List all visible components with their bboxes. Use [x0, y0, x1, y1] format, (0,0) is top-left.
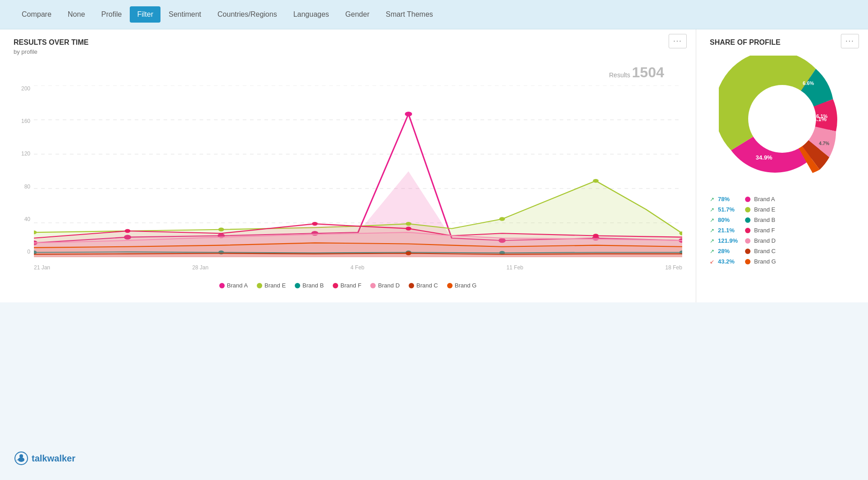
x-label-28jan: 28 Jan — [192, 264, 208, 271]
legend-label-brand-e: Brand E — [264, 282, 286, 289]
results-label: Results 1504 — [14, 64, 682, 81]
legend-brand-f: Brand F — [333, 282, 361, 289]
share-legend-brand-g: ↙ 43.2% Brand G — [710, 258, 854, 265]
right-panel-menu-button[interactable]: ··· — [841, 34, 859, 48]
donut-label-brand-d: 4.7% — [819, 141, 830, 146]
legend-label-brand-b: Brand B — [302, 282, 324, 289]
share-brand-c: Brand C — [754, 248, 776, 254]
legend-label-brand-d: Brand D — [378, 282, 400, 289]
legend-dot-brand-g — [447, 283, 453, 288]
svg-point-27 — [406, 226, 411, 230]
share-brand-a: Brand A — [754, 196, 775, 202]
nav-none[interactable]: None — [60, 0, 93, 29]
arrow-down-brand-g: ↙ — [710, 259, 714, 265]
y-label-40: 40 — [14, 216, 34, 222]
y-label-160: 160 — [14, 118, 34, 124]
donut-chart-wrapper: 44.1% 34.9% 6.6% 6.1% 4.7% — [710, 56, 854, 182]
y-label-200: 200 — [14, 85, 34, 92]
legend-label-brand-g: Brand G — [455, 282, 476, 289]
legend-dot-brand-e — [257, 283, 262, 288]
x-label-11feb: 11 Feb — [506, 264, 523, 271]
donut-chart-svg: 44.1% 34.9% 6.6% 6.1% 4.7% — [719, 56, 845, 182]
share-pct-brand-b: 80% — [718, 216, 741, 223]
share-dot-brand-e — [745, 207, 750, 212]
y-label-120: 120 — [14, 151, 34, 157]
share-pct-brand-f: 21.1% — [718, 227, 741, 234]
share-dot-brand-f — [745, 228, 750, 233]
main-content: ··· RESULTS OVER TIME by profile Results… — [0, 29, 868, 302]
nav-compare[interactable]: Compare — [14, 0, 60, 29]
share-legend-brand-b: ↗ 80% Brand B — [710, 216, 854, 223]
top-navigation: Compare None Profile Filter Sentiment Co… — [0, 0, 868, 29]
line-chart-svg — [34, 85, 682, 257]
arrow-up-brand-c: ↗ — [710, 248, 714, 254]
x-label-18feb: 18 Feb — [665, 264, 682, 271]
nav-countries[interactable]: Countries/Regions — [209, 0, 285, 29]
nav-languages[interactable]: Languages — [285, 0, 337, 29]
share-pct-brand-e: 51.7% — [718, 206, 741, 213]
results-text: Results — [609, 71, 630, 79]
svg-point-17 — [499, 217, 505, 221]
share-brand-e: Brand E — [754, 206, 775, 213]
legend-dot-brand-f — [333, 283, 338, 288]
legend-label-brand-c: Brand C — [416, 282, 438, 289]
svg-point-15 — [218, 228, 224, 231]
legend-label-brand-a: Brand A — [227, 282, 248, 289]
legend-label-brand-f: Brand F — [340, 282, 361, 289]
share-brand-b: Brand B — [754, 216, 775, 223]
svg-point-16 — [406, 222, 411, 226]
legend-brand-e: Brand E — [257, 282, 286, 289]
svg-point-28 — [593, 234, 599, 237]
nav-filter[interactable]: Filter — [130, 6, 160, 23]
logo-text: talkwalker — [32, 453, 75, 464]
nav-sentiment[interactable]: Sentiment — [160, 0, 209, 29]
share-legend-brand-f: ↗ 21.1% Brand F — [710, 227, 854, 234]
svg-point-32 — [19, 454, 23, 458]
legend-brand-b: Brand B — [295, 282, 324, 289]
share-brand-f: Brand F — [754, 227, 775, 234]
y-label-80: 80 — [14, 184, 34, 190]
share-dot-brand-d — [745, 238, 750, 244]
share-legend-brand-c: ↗ 28% Brand C — [710, 248, 854, 254]
legend-brand-g: Brand G — [447, 282, 476, 289]
donut-label-brand-f: 6.1% — [816, 113, 827, 119]
share-dot-brand-a — [745, 197, 750, 202]
nav-profile[interactable]: Profile — [93, 0, 130, 29]
results-count: 1504 — [632, 64, 664, 80]
chart-legend: Brand A Brand E Brand B Brand F Brand D … — [14, 282, 682, 289]
svg-point-25 — [125, 229, 131, 233]
line-chart-area: 0 40 80 120 160 200 — [14, 85, 682, 275]
arrow-up-brand-e: ↗ — [710, 207, 714, 213]
talkwalker-logo: talkwalker — [14, 451, 75, 466]
left-panel-menu-button[interactable]: ··· — [669, 34, 687, 48]
arrow-up-brand-a: ↗ — [710, 196, 714, 202]
arrow-up-brand-b: ↗ — [710, 217, 714, 223]
legend-dot-brand-d — [370, 283, 376, 288]
legend-dot-brand-b — [295, 283, 300, 288]
legend-dot-brand-c — [409, 283, 414, 288]
logo-bird-icon — [14, 451, 29, 466]
share-legend-brand-d: ↗ 121.9% Brand D — [710, 237, 854, 244]
share-brand-d: Brand D — [754, 237, 776, 244]
results-over-time-panel: ··· RESULTS OVER TIME by profile Results… — [0, 29, 696, 302]
legend-brand-a: Brand A — [219, 282, 248, 289]
x-axis: 21 Jan 28 Jan 4 Feb 11 Feb 18 Feb — [34, 259, 682, 275]
share-brand-g: Brand G — [754, 258, 776, 265]
x-label-21jan: 21 Jan — [34, 264, 50, 271]
share-dot-brand-c — [745, 249, 750, 254]
share-legend: ↗ 78% Brand A ↗ 51.7% Brand E ↗ 80% Bran… — [710, 196, 854, 265]
y-label-0: 0 — [14, 249, 34, 255]
nav-gender[interactable]: Gender — [337, 0, 377, 29]
share-legend-brand-e: ↗ 51.7% Brand E — [710, 206, 854, 213]
legend-dot-brand-a — [219, 283, 225, 288]
donut-label-brand-b: 6.6% — [802, 80, 814, 86]
share-legend-brand-a: ↗ 78% Brand A — [710, 196, 854, 202]
results-chart-title: RESULTS OVER TIME — [14, 38, 682, 47]
nav-smart-themes[interactable]: Smart Themes — [377, 0, 441, 29]
donut-hole — [748, 85, 816, 153]
chart-svg-container — [34, 85, 682, 257]
legend-brand-d: Brand D — [370, 282, 400, 289]
svg-point-26 — [312, 222, 318, 226]
svg-point-10 — [405, 112, 412, 117]
results-chart-subtitle: by profile — [14, 48, 682, 55]
